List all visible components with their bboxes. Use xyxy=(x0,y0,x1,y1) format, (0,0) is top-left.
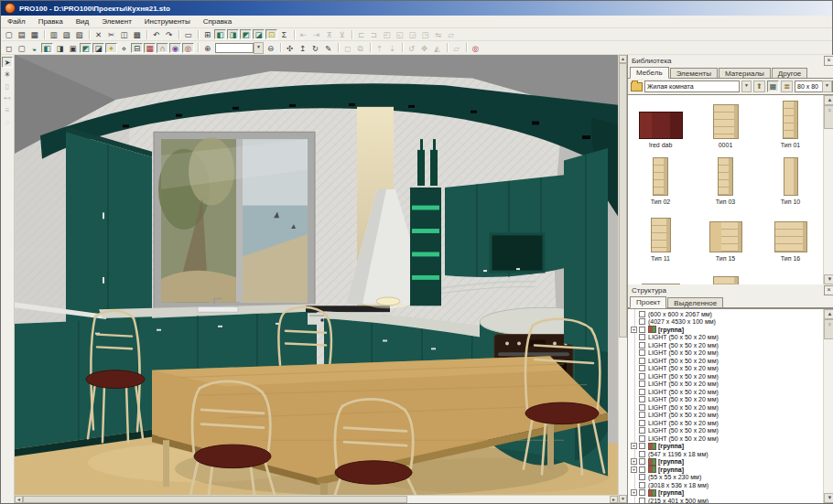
scroll-up-icon[interactable]: ▲ xyxy=(824,309,833,319)
expand-icon[interactable]: + xyxy=(631,489,637,496)
reset-view-button[interactable]: ◎ xyxy=(470,43,481,53)
library-item[interactable]: Тип 15 xyxy=(693,212,758,269)
tree-item[interactable]: (215 x 401 x 500 мм) xyxy=(628,497,823,503)
zoom-dropdown-arrow[interactable]: ▼ xyxy=(254,42,264,54)
tab-furniture[interactable]: Мебель xyxy=(630,67,669,79)
dimensions-button[interactable]: ⊟ xyxy=(131,43,143,53)
tree-item[interactable]: LIGHT (50 x 50 x 20 мм) xyxy=(628,381,823,389)
expand-icon[interactable]: + xyxy=(631,458,637,465)
price-report-button[interactable]: Σ xyxy=(278,29,290,39)
align-bottom-button[interactable]: ⊻ xyxy=(336,29,348,39)
scroll-right-icon[interactable]: ► xyxy=(610,496,618,503)
structure-close-button[interactable]: × xyxy=(824,285,833,295)
transparency-view-button[interactable]: ▣ xyxy=(67,43,79,53)
checkbox[interactable] xyxy=(639,334,645,340)
tree-item[interactable]: (55 x 55 x 230 мм) xyxy=(628,474,823,482)
tab-materials[interactable]: Материалы xyxy=(719,68,771,78)
wireframe-view-button[interactable]: ◻ xyxy=(3,43,15,53)
hscroll-thumb[interactable] xyxy=(23,496,407,503)
tree-group[interactable]: +[группа] xyxy=(628,466,823,474)
select-tool-button[interactable]: ➤ xyxy=(2,57,13,68)
library-item[interactable]: Тип 02 xyxy=(628,155,693,212)
library-item[interactable]: Тип 18 xyxy=(693,269,758,284)
orbit-button[interactable]: ◉ xyxy=(169,43,181,53)
tree-item[interactable]: LIGHT (50 x 50 x 20 мм) xyxy=(628,357,823,365)
library-item[interactable]: Тип 01 xyxy=(758,99,823,155)
folder-up-button[interactable]: ⬆ xyxy=(753,80,765,92)
scroll-down-icon[interactable]: ▼ xyxy=(824,493,833,503)
move-element-button[interactable]: ✳ xyxy=(2,69,13,80)
rotate-tool-button[interactable]: ↻ xyxy=(309,43,321,53)
save-button[interactable]: ▦ xyxy=(28,29,40,39)
align-top-button[interactable]: ⊼ xyxy=(323,29,335,39)
fit-button[interactable]: ▱ xyxy=(445,29,457,39)
library-close-button[interactable]: × xyxy=(824,56,833,66)
checkbox[interactable] xyxy=(639,451,645,457)
center-view-button[interactable]: ◎ xyxy=(182,43,194,53)
properties-button[interactable]: ▭ xyxy=(182,29,194,39)
tab-other[interactable]: Другое xyxy=(772,68,807,78)
paste-button[interactable]: ▩ xyxy=(131,29,143,39)
checkbox[interactable] xyxy=(639,318,645,325)
expand-icon[interactable]: + xyxy=(631,443,637,449)
menu-help[interactable]: Справка xyxy=(197,17,238,26)
thumb-size-combobox[interactable]: 80 x 80 ▼ xyxy=(795,80,833,92)
undo-button[interactable]: ↶ xyxy=(150,29,162,39)
scroll-up-icon[interactable]: ▲ xyxy=(824,95,833,105)
checkbox[interactable] xyxy=(639,474,645,480)
mirror-button[interactable]: ◭ xyxy=(431,43,443,53)
copy-button[interactable]: ◫ xyxy=(118,29,130,39)
page-tool-button[interactable]: ▯ xyxy=(2,80,13,91)
sketch-view-button[interactable]: ▢ xyxy=(16,43,27,53)
structure-scrollbar[interactable]: ▲ ≡ ▼ xyxy=(823,309,833,503)
scroll-down-icon[interactable]: ▼ xyxy=(619,495,627,503)
tab-project[interactable]: Проект xyxy=(630,296,666,308)
group-button[interactable]: ◰ xyxy=(381,29,393,39)
zoom-input[interactable] xyxy=(215,43,254,53)
checkbox[interactable] xyxy=(639,389,645,395)
tree-item[interactable]: LIGHT (50 x 50 x 20 мм) xyxy=(628,341,823,349)
tree-group[interactable]: +[группа] xyxy=(628,326,823,334)
connect-tool-button[interactable]: ⊷ xyxy=(2,92,13,103)
grid-button[interactable]: ▦ xyxy=(144,43,156,53)
category-dropdown-arrow[interactable]: ▼ xyxy=(741,80,752,92)
tree-group[interactable]: +[группа] xyxy=(628,458,823,466)
checkbox[interactable] xyxy=(639,443,645,449)
checkbox[interactable] xyxy=(639,373,645,380)
tree-group[interactable]: +[группа] xyxy=(628,443,823,451)
library-item[interactable]: Тип 11 xyxy=(628,212,693,269)
title-bar[interactable]: PRO100 - D:\PRO100\Проекты\Кухня21.sto xyxy=(1,1,832,16)
photorealism-button[interactable]: ◩ xyxy=(80,43,92,53)
show-library-button[interactable]: ◧ xyxy=(214,29,226,39)
checkbox[interactable] xyxy=(639,404,645,411)
list-tool-button[interactable]: ≡ xyxy=(2,104,13,115)
tree-item[interactable]: LIGHT (50 x 50 x 20 мм) xyxy=(628,372,823,381)
library-item[interactable]: 0001 xyxy=(693,99,758,155)
show-plan-button[interactable]: ◪ xyxy=(253,29,265,39)
tree-item[interactable]: LIGHT (50 x 50 x 20 мм) xyxy=(628,388,823,396)
checkbox[interactable] xyxy=(639,311,645,317)
checkbox[interactable] xyxy=(639,420,645,426)
textures-view-button[interactable]: ◧ xyxy=(41,43,53,53)
align-right-button[interactable]: ⇥ xyxy=(310,29,322,39)
show-notes-button[interactable]: ⊡ xyxy=(265,29,277,39)
print-button[interactable]: ▨ xyxy=(60,29,72,39)
redo-button[interactable]: ↷ xyxy=(163,29,175,39)
checkbox[interactable] xyxy=(639,349,645,356)
tab-elements[interactable]: Элементы xyxy=(670,68,718,78)
tree-item[interactable]: (600 x 600 x 2067 мм) xyxy=(628,310,823,318)
checkbox[interactable] xyxy=(639,489,645,496)
checkbox[interactable] xyxy=(639,327,645,333)
attach-button[interactable]: ◲ xyxy=(406,29,418,39)
checkbox[interactable] xyxy=(639,396,645,402)
delete-button[interactable]: ✕ xyxy=(92,29,104,39)
checkbox[interactable] xyxy=(639,466,645,473)
open-button[interactable]: ▤ xyxy=(16,29,27,39)
print-preview-button[interactable]: ▧ xyxy=(73,29,85,39)
show-structure-button[interactable]: ◨ xyxy=(227,29,239,39)
pencil-tool-button[interactable]: ✎ xyxy=(322,43,334,53)
expand-icon[interactable]: + xyxy=(631,466,637,473)
magnify-tool-button[interactable]: ◌ xyxy=(2,116,13,127)
center-element-button[interactable]: ✥ xyxy=(418,43,430,53)
checkbox[interactable] xyxy=(639,412,645,418)
